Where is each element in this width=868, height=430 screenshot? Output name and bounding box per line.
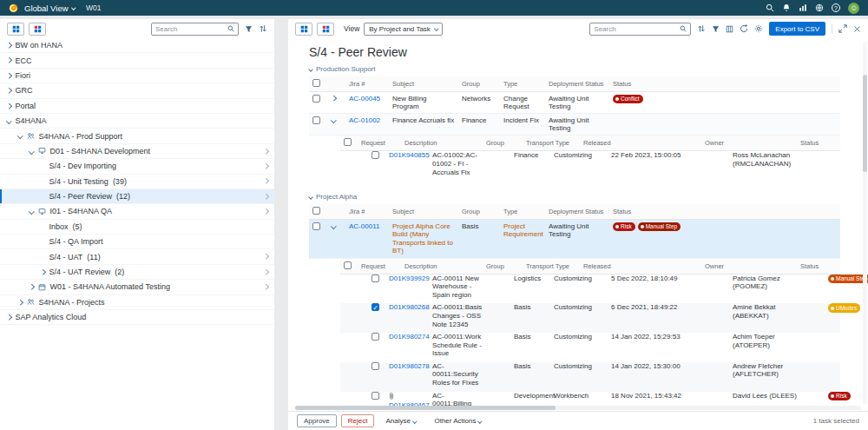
sidebar-item-fiori[interactable]: Fiori (0, 69, 274, 83)
tree-expand-chevron-icon[interactable] (6, 118, 11, 123)
vertical-scrollbar-thumb[interactable] (863, 75, 867, 172)
approve-button[interactable]: Approve (297, 414, 337, 427)
tree-expand-chevron-icon[interactable] (6, 314, 11, 320)
grid-view-button[interactable] (7, 23, 24, 36)
jira-link[interactable]: AC-00011 (349, 222, 379, 230)
global-view-menu[interactable]: Global View (24, 3, 75, 13)
export-csv-button[interactable]: Export to CSV (769, 22, 825, 36)
sidebar-item-s4hana-prod-support[interactable]: S4HANA - Prod Support (0, 129, 274, 143)
transport-checkbox[interactable] (372, 151, 379, 159)
sidebar-item-s-4-uat-review[interactable]: S/4 - UAT Review(2) (0, 265, 274, 280)
task-row-ac-00045[interactable]: AC-00045New Billing ProgramNetworksChang… (309, 92, 840, 114)
transport-link[interactable]: D01K980268 (389, 303, 430, 311)
transport-link[interactable]: D01K940855 (389, 151, 430, 159)
select-all-checkbox[interactable] (312, 207, 320, 215)
search-icon[interactable] (227, 25, 234, 32)
section-chevron-icon[interactable] (308, 195, 313, 200)
transport-checkbox[interactable]: ✓ (372, 303, 379, 311)
search-icon[interactable] (766, 3, 774, 12)
tree-nav-chevron-icon[interactable] (263, 208, 268, 214)
transport-select-all-checkbox[interactable] (344, 138, 352, 146)
columns-icon[interactable] (726, 25, 733, 33)
help-icon[interactable]: ? (832, 3, 840, 12)
sidebar-item-s-4-dev-importing[interactable]: S/4 - Dev Importing (0, 159, 274, 174)
brand-logo-icon[interactable] (9, 3, 18, 13)
tree-nav-chevron-icon[interactable] (263, 149, 268, 154)
transport-checkbox[interactable] (372, 362, 379, 370)
tree-nav-chevron-icon[interactable] (263, 163, 268, 169)
row-expand-chevron-icon[interactable] (331, 117, 336, 122)
sidebar-item-ecc[interactable]: ECC (0, 53, 274, 68)
sidebar-item-s-4-unit-testing[interactable]: S/4 - Unit Testing(39) (0, 175, 274, 189)
tree-expand-chevron-icon[interactable] (29, 284, 34, 289)
sidebar-search-input[interactable] (155, 25, 225, 33)
transport-link[interactable]: D01K980278 (389, 362, 430, 370)
horizontal-scrollbar[interactable] (295, 406, 861, 410)
sort-icon[interactable] (259, 24, 267, 33)
globe-icon[interactable] (815, 3, 824, 12)
tree-nav-chevron-icon[interactable] (263, 284, 268, 289)
table-search[interactable] (589, 23, 691, 36)
close-icon[interactable] (853, 25, 861, 33)
section-header[interactable]: Production Support (309, 65, 849, 73)
sidebar-item-grc[interactable]: GRC (0, 83, 274, 98)
tree-expand-chevron-icon[interactable] (6, 88, 11, 93)
sidebar-item-portal[interactable]: Portal (0, 99, 274, 114)
transport-row-d01k980268[interactable]: ✓D01K980268AC-00011:Basis Changes - OSS … (340, 303, 840, 333)
sidebar-item-s-4-uat[interactable]: S/4 - UAT(11) (0, 249, 274, 264)
tree-nav-chevron-icon[interactable] (263, 254, 268, 259)
transport-checkbox[interactable] (372, 392, 379, 400)
card-view-button[interactable] (29, 23, 46, 36)
sidebar-item-sap-analytics-cloud[interactable]: SAP Analytics Cloud (0, 310, 274, 325)
bell-icon[interactable] (782, 3, 791, 12)
section-chevron-icon[interactable] (308, 67, 313, 72)
tree-nav-chevron-icon[interactable] (263, 179, 268, 184)
select-all-checkbox[interactable] (312, 79, 320, 87)
task-row-ac-01002[interactable]: AC-01002Finance Accruals fixFinanceIncid… (309, 114, 840, 136)
row-expand-chevron-icon[interactable] (331, 223, 336, 228)
sidebar-item-s4hana[interactable]: S4HANA (0, 114, 274, 129)
sidebar-item-s4hana-projects[interactable]: S4HANA - Projects (0, 295, 274, 310)
analyse-button[interactable]: Analyse (378, 414, 423, 427)
sidebar-search[interactable] (151, 23, 239, 36)
view-select[interactable]: By Project and Task (364, 23, 443, 36)
user-avatar[interactable]: ☺ (848, 3, 859, 14)
sidebar-item-bw-on-hana[interactable]: BW on HANA (0, 38, 274, 53)
search-icon[interactable] (680, 25, 687, 32)
horizontal-scrollbar-thumb[interactable] (295, 406, 556, 410)
tree-nav-chevron-icon[interactable] (263, 194, 268, 199)
transport-checkbox[interactable] (372, 333, 379, 341)
sidebar-item-w01-s4hana-automated-testing[interactable]: W01 - S4HANA Automated Testing (0, 280, 274, 294)
table-search-input[interactable] (594, 25, 677, 33)
jira-link[interactable]: AC-01002 (349, 116, 380, 124)
tree-expand-chevron-icon[interactable] (6, 43, 11, 48)
tree-expand-chevron-icon[interactable] (29, 208, 34, 214)
tree-nav-chevron-icon[interactable] (263, 269, 268, 275)
transport-row-d01k980274[interactable]: D01K980274AC-00011:Work Schedule Rule - … (340, 333, 840, 362)
filter-icon[interactable] (712, 25, 720, 33)
tree-expand-chevron-icon[interactable] (17, 300, 23, 305)
transport-row-d01k939929[interactable]: D01K939929AC-00011 New Warehouse - Spain… (340, 274, 840, 303)
task-checkbox[interactable] (312, 222, 320, 230)
sort-icon[interactable] (697, 24, 706, 33)
tree-expand-chevron-icon[interactable] (17, 133, 23, 138)
section-header[interactable]: Project Alpha (309, 193, 849, 201)
task-row-ac-00011[interactable]: AC-00011Project Alpha Core Build (Many T… (309, 220, 840, 258)
other-actions-button[interactable]: Other Actions (427, 414, 489, 427)
transport-checkbox[interactable] (372, 275, 379, 282)
tree-expand-chevron-icon[interactable] (29, 149, 34, 154)
tree-expand-chevron-icon[interactable] (40, 269, 45, 275)
filter-icon[interactable] (245, 25, 253, 33)
transport-row-d01k980467[interactable]: D01K980467AC-00011:Billing Program enhan… (340, 392, 840, 406)
settings-icon[interactable] (754, 24, 763, 33)
row-expand-chevron-icon[interactable] (331, 96, 336, 101)
grid-view-button[interactable] (295, 23, 312, 36)
chart-icon[interactable] (799, 3, 807, 12)
transport-row-d01k980278[interactable]: D01K980278AC-00011:Security Roles for Fi… (340, 362, 840, 392)
sidebar-item-s-4-qa-import[interactable]: S/4 - QA Import (0, 235, 274, 249)
transport-link[interactable]: D01K939929 (389, 275, 430, 282)
reject-button[interactable]: Reject (341, 414, 375, 427)
transport-select-all-checkbox[interactable] (344, 261, 352, 269)
refresh-icon[interactable] (740, 24, 748, 33)
task-checkbox[interactable] (312, 116, 320, 124)
